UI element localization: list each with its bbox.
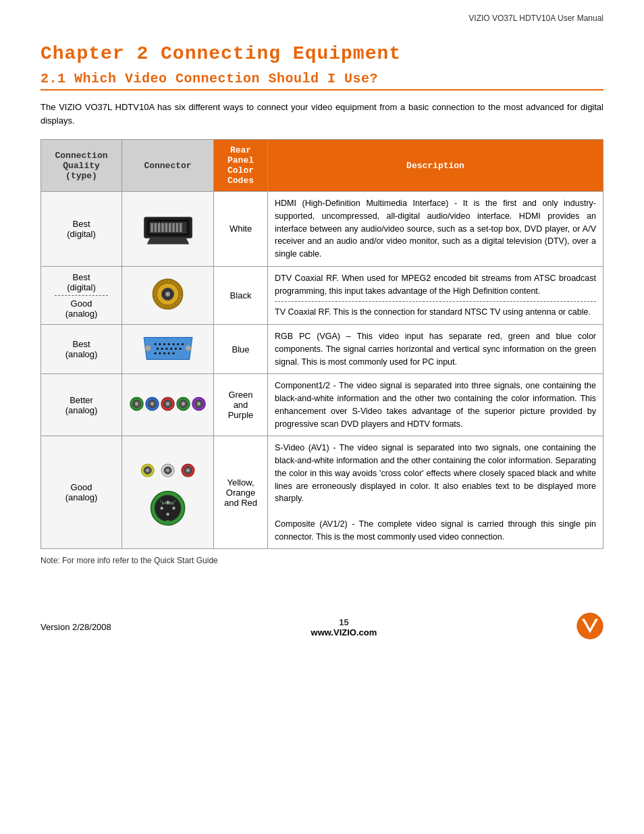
svg-point-45 [151, 402, 154, 406]
svg-rect-5 [157, 224, 160, 232]
connection-table: Connection Quality (type) Connector Rear… [41, 139, 603, 549]
coaxial-connector-icon [149, 276, 186, 313]
table-header-row: Connection Quality (type) Connector Rear… [41, 140, 603, 192]
vizio-logo-icon [576, 613, 603, 640]
svg-point-29 [156, 347, 158, 349]
connector-cell-3 [122, 325, 214, 374]
hdmi-connector-icon [141, 211, 195, 244]
connector-cell-1 [122, 192, 214, 267]
svg-point-34 [179, 347, 181, 349]
svg-point-74 [577, 613, 603, 639]
header-title: VIZIO VO37L HDTV10A User Manual [468, 14, 603, 23]
page-header: VIZIO VO37L HDTV10A User Manual [41, 14, 603, 23]
svg-rect-8 [168, 224, 171, 232]
svg-point-51 [182, 402, 185, 406]
footer-website: www.VIZIO.com [311, 627, 377, 637]
svg-point-67 [160, 507, 163, 510]
svg-point-68 [172, 507, 175, 510]
quality-cell-4: Better(analog) [41, 374, 122, 436]
svg-point-36 [159, 352, 161, 354]
table-row: Best(analog) [41, 325, 603, 374]
svg-point-38 [167, 352, 169, 354]
svg-point-22 [154, 343, 156, 345]
footer-page: 15 [311, 617, 377, 627]
color-cell-5: Yellow, Orange and Red [214, 436, 268, 549]
color-cell-3: Blue [214, 325, 268, 374]
svg-point-60 [166, 469, 169, 472]
svg-point-21 [185, 345, 190, 350]
footer: Version 2/28/2008 15 www.VIZIO.com [41, 606, 603, 642]
svg-rect-9 [172, 224, 175, 232]
connector-cell-2 [122, 266, 214, 324]
quality-cell-5: Good(analog) [41, 436, 122, 549]
svg-point-57 [146, 469, 149, 472]
desc-cell-2: DTV Coaxial RF. When used for MPEG2 enco… [268, 266, 603, 324]
svg-point-33 [174, 347, 176, 349]
svg-point-42 [135, 402, 138, 406]
table-row: Best(digital) [41, 192, 603, 267]
color-cell-1: White [214, 192, 268, 267]
desc-cell-4: Component1/2 - The video signal is separ… [268, 374, 603, 436]
svg-point-54 [197, 402, 200, 406]
svg-point-26 [172, 343, 174, 345]
quality-dashed-2: Best(digital) Good(analog) [48, 272, 115, 319]
svg-point-35 [154, 352, 156, 354]
vga-connector-icon [141, 332, 195, 365]
svg-point-72 [173, 500, 176, 502]
svg-point-28 [181, 343, 183, 345]
svg-point-65 [154, 495, 180, 521]
desc-cell-1: HDMI (High-Definition Multimedia Interfa… [268, 192, 603, 267]
svg-marker-19 [144, 337, 192, 359]
component-connector-icon [129, 388, 207, 420]
connector-stacked-5: S-VIDEO [129, 457, 207, 528]
svg-rect-73 [165, 521, 169, 523]
table-row: Good(analog) [41, 436, 603, 549]
note-text: Note: For more info refer to the Quick S… [41, 556, 603, 565]
table-row: Best(digital) Good(analog) Bla [41, 266, 603, 324]
svg-point-27 [177, 343, 179, 345]
desc-cell-3: RGB PC (VGA) – This video input has sepa… [268, 325, 603, 374]
svg-point-37 [163, 352, 165, 354]
connector-cell-4 [122, 374, 214, 436]
svg-point-69 [166, 501, 169, 504]
desc-cell-5: S-Video (AV1) - The video signal is sepa… [268, 436, 603, 549]
footer-version: Version 2/28/2008 [41, 622, 111, 632]
col-header-color: Rear Panel Color Codes [214, 140, 268, 192]
quality-cell-2: Best(digital) Good(analog) [41, 266, 122, 324]
svg-point-20 [144, 345, 150, 350]
col-header-quality: Connection Quality (type) [41, 140, 122, 192]
svg-rect-7 [165, 224, 167, 232]
svg-point-32 [169, 347, 171, 349]
svg-point-63 [186, 469, 190, 472]
footer-right [576, 613, 603, 642]
svg-point-17 [167, 294, 169, 296]
color-cell-2: Black [214, 266, 268, 324]
svg-point-23 [159, 343, 161, 345]
quality-cell-1: Best(digital) [41, 192, 122, 267]
footer-center: 15 www.VIZIO.com [311, 617, 377, 637]
svg-point-71 [159, 500, 161, 502]
table-row: Better(analog) [41, 374, 603, 436]
chapter-title: Chapter 2 Connecting Equipment [41, 43, 603, 64]
connector-cell-5: S-VIDEO [122, 436, 214, 549]
svg-point-24 [163, 343, 165, 345]
svg-point-48 [166, 402, 169, 406]
svg-point-39 [172, 352, 174, 354]
desc-divider [275, 301, 596, 302]
col-header-description: Description [268, 140, 603, 192]
svg-point-31 [165, 347, 167, 349]
section-title: 2.1 Which Video Connection Should I Use? [41, 71, 603, 90]
svideo-connector-icon: S-VIDEO [149, 489, 188, 528]
av-connector-icon [138, 457, 198, 485]
quality-cell-3: Best(analog) [41, 325, 122, 374]
col-header-connector: Connector [122, 140, 214, 192]
svg-point-25 [167, 343, 169, 345]
svg-point-70 [166, 513, 169, 515]
svg-point-30 [161, 347, 163, 349]
svg-rect-6 [161, 224, 164, 232]
intro-text: The VIZIO VO37L HDTV10A has six differen… [41, 101, 603, 127]
svg-rect-3 [151, 224, 153, 232]
footer-left: Version 2/28/2008 [41, 622, 111, 632]
svg-rect-10 [176, 224, 178, 232]
svg-marker-12 [146, 238, 188, 244]
